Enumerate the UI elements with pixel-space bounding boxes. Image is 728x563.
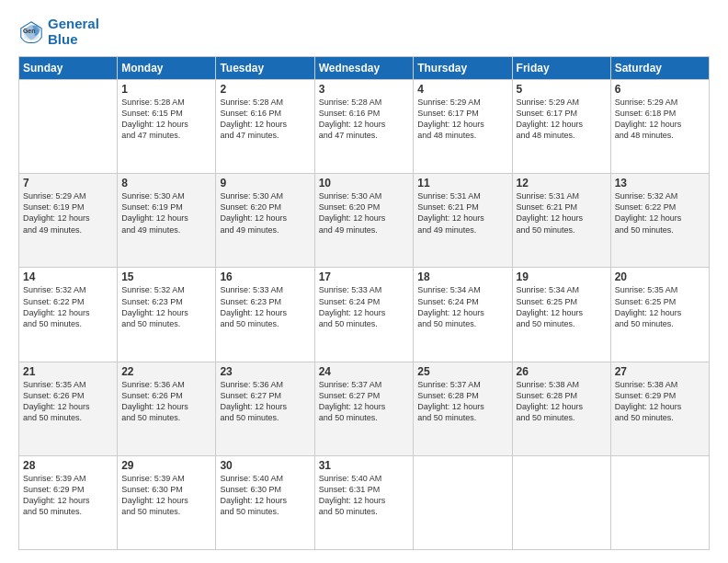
day-info: Sunrise: 5:40 AM Sunset: 6:31 PM Dayligh…	[319, 473, 410, 518]
table-cell: 1Sunrise: 5:28 AM Sunset: 6:15 PM Daylig…	[118, 80, 216, 174]
table-cell: 21Sunrise: 5:35 AM Sunset: 6:26 PM Dayli…	[19, 362, 118, 455]
day-number: 30	[220, 459, 310, 472]
col-saturday: Saturday	[610, 57, 709, 80]
day-info: Sunrise: 5:29 AM Sunset: 6:19 PM Dayligh…	[23, 190, 113, 236]
table-cell	[19, 80, 118, 174]
calendar-week-row: 28Sunrise: 5:39 AM Sunset: 6:29 PM Dayli…	[19, 455, 710, 549]
col-monday: Monday	[118, 57, 216, 80]
col-tuesday: Tuesday	[216, 57, 314, 80]
day-info: Sunrise: 5:30 AM Sunset: 6:20 PM Dayligh…	[319, 190, 410, 236]
calendar-week-row: 1Sunrise: 5:28 AM Sunset: 6:15 PM Daylig…	[19, 80, 710, 174]
day-info: Sunrise: 5:31 AM Sunset: 6:21 PM Dayligh…	[417, 190, 507, 236]
day-info: Sunrise: 5:33 AM Sunset: 6:24 PM Dayligh…	[319, 284, 410, 329]
day-number: 8	[121, 177, 211, 190]
day-info: Sunrise: 5:31 AM Sunset: 6:21 PM Dayligh…	[517, 190, 607, 236]
day-number: 2	[220, 83, 310, 96]
day-info: Sunrise: 5:37 AM Sunset: 6:27 PM Dayligh…	[319, 379, 410, 424]
table-cell: 11Sunrise: 5:31 AM Sunset: 6:21 PM Dayli…	[414, 174, 512, 268]
day-info: Sunrise: 5:28 AM Sunset: 6:16 PM Dayligh…	[319, 97, 410, 142]
day-number: 11	[417, 177, 507, 190]
day-number: 12	[517, 177, 607, 190]
table-cell: 20Sunrise: 5:35 AM Sunset: 6:25 PM Dayli…	[610, 268, 709, 362]
day-number: 18	[417, 270, 507, 283]
day-number: 31	[319, 459, 410, 472]
day-number: 9	[220, 177, 310, 190]
day-info: Sunrise: 5:34 AM Sunset: 6:25 PM Dayligh…	[517, 284, 607, 329]
table-cell: 2Sunrise: 5:28 AM Sunset: 6:16 PM Daylig…	[216, 80, 314, 174]
logo: Gen GeneralBlue	[18, 17, 99, 47]
day-info: Sunrise: 5:39 AM Sunset: 6:29 PM Dayligh…	[23, 473, 113, 518]
day-number: 27	[615, 365, 705, 378]
day-number: 29	[121, 459, 211, 472]
table-cell: 7Sunrise: 5:29 AM Sunset: 6:19 PM Daylig…	[19, 174, 118, 268]
table-cell: 6Sunrise: 5:29 AM Sunset: 6:18 PM Daylig…	[610, 80, 709, 174]
day-number: 14	[23, 270, 113, 283]
col-wednesday: Wednesday	[314, 57, 414, 80]
table-cell: 12Sunrise: 5:31 AM Sunset: 6:21 PM Dayli…	[512, 174, 610, 268]
day-info: Sunrise: 5:35 AM Sunset: 6:25 PM Dayligh…	[615, 284, 705, 329]
logo-text: GeneralBlue	[48, 17, 99, 47]
col-sunday: Sunday	[19, 57, 118, 80]
table-cell: 10Sunrise: 5:30 AM Sunset: 6:20 PM Dayli…	[314, 174, 414, 268]
day-number: 1	[121, 83, 211, 96]
day-number: 4	[417, 83, 507, 96]
day-info: Sunrise: 5:28 AM Sunset: 6:15 PM Dayligh…	[121, 97, 211, 142]
day-number: 5	[517, 83, 607, 96]
day-info: Sunrise: 5:36 AM Sunset: 6:26 PM Dayligh…	[121, 379, 211, 424]
day-number: 7	[23, 177, 113, 190]
table-cell: 4Sunrise: 5:29 AM Sunset: 6:17 PM Daylig…	[414, 80, 512, 174]
calendar-week-row: 7Sunrise: 5:29 AM Sunset: 6:19 PM Daylig…	[19, 174, 710, 268]
table-cell: 15Sunrise: 5:32 AM Sunset: 6:23 PM Dayli…	[118, 268, 216, 362]
day-info: Sunrise: 5:35 AM Sunset: 6:26 PM Dayligh…	[23, 379, 113, 424]
table-cell: 31Sunrise: 5:40 AM Sunset: 6:31 PM Dayli…	[314, 455, 414, 549]
table-cell: 13Sunrise: 5:32 AM Sunset: 6:22 PM Dayli…	[610, 174, 709, 268]
day-number: 3	[319, 83, 410, 96]
day-info: Sunrise: 5:32 AM Sunset: 6:23 PM Dayligh…	[121, 284, 211, 329]
table-cell: 5Sunrise: 5:29 AM Sunset: 6:17 PM Daylig…	[512, 80, 610, 174]
calendar-header-row: Sunday Monday Tuesday Wednesday Thursday…	[19, 57, 710, 80]
header: Gen GeneralBlue	[18, 17, 710, 47]
day-number: 23	[220, 365, 310, 378]
table-cell: 18Sunrise: 5:34 AM Sunset: 6:24 PM Dayli…	[414, 268, 512, 362]
day-number: 25	[417, 365, 507, 378]
day-info: Sunrise: 5:29 AM Sunset: 6:17 PM Dayligh…	[417, 97, 507, 142]
day-number: 13	[615, 177, 705, 190]
table-cell: 9Sunrise: 5:30 AM Sunset: 6:20 PM Daylig…	[216, 174, 314, 268]
col-thursday: Thursday	[414, 57, 512, 80]
day-info: Sunrise: 5:39 AM Sunset: 6:30 PM Dayligh…	[121, 473, 211, 518]
day-number: 10	[319, 177, 410, 190]
table-cell: 24Sunrise: 5:37 AM Sunset: 6:27 PM Dayli…	[314, 362, 414, 455]
table-cell	[414, 455, 512, 549]
day-number: 17	[319, 270, 410, 283]
day-info: Sunrise: 5:38 AM Sunset: 6:28 PM Dayligh…	[517, 379, 607, 424]
logo-icon: Gen	[18, 19, 44, 45]
table-cell: 28Sunrise: 5:39 AM Sunset: 6:29 PM Dayli…	[19, 455, 118, 549]
table-cell: 30Sunrise: 5:40 AM Sunset: 6:30 PM Dayli…	[216, 455, 314, 549]
table-cell: 8Sunrise: 5:30 AM Sunset: 6:19 PM Daylig…	[118, 174, 216, 268]
day-number: 19	[517, 270, 607, 283]
day-number: 20	[615, 270, 705, 283]
table-cell: 17Sunrise: 5:33 AM Sunset: 6:24 PM Dayli…	[314, 268, 414, 362]
table-cell: 22Sunrise: 5:36 AM Sunset: 6:26 PM Dayli…	[118, 362, 216, 455]
day-info: Sunrise: 5:28 AM Sunset: 6:16 PM Dayligh…	[220, 97, 310, 142]
day-info: Sunrise: 5:29 AM Sunset: 6:17 PM Dayligh…	[517, 97, 607, 142]
table-cell: 25Sunrise: 5:37 AM Sunset: 6:28 PM Dayli…	[414, 362, 512, 455]
day-info: Sunrise: 5:38 AM Sunset: 6:29 PM Dayligh…	[615, 379, 705, 424]
calendar-week-row: 14Sunrise: 5:32 AM Sunset: 6:22 PM Dayli…	[19, 268, 710, 362]
day-info: Sunrise: 5:32 AM Sunset: 6:22 PM Dayligh…	[615, 190, 705, 236]
calendar-week-row: 21Sunrise: 5:35 AM Sunset: 6:26 PM Dayli…	[19, 362, 710, 455]
day-info: Sunrise: 5:33 AM Sunset: 6:23 PM Dayligh…	[220, 284, 310, 329]
table-cell	[610, 455, 709, 549]
table-cell: 14Sunrise: 5:32 AM Sunset: 6:22 PM Dayli…	[19, 268, 118, 362]
calendar-table: Sunday Monday Tuesday Wednesday Thursday…	[18, 56, 710, 550]
day-number: 26	[517, 365, 607, 378]
table-cell: 23Sunrise: 5:36 AM Sunset: 6:27 PM Dayli…	[216, 362, 314, 455]
day-number: 22	[121, 365, 211, 378]
page: Gen GeneralBlue Sunday Monday Tuesday We…	[0, 0, 728, 563]
day-number: 15	[121, 270, 211, 283]
table-cell: 29Sunrise: 5:39 AM Sunset: 6:30 PM Dayli…	[118, 455, 216, 549]
table-cell	[512, 455, 610, 549]
day-number: 21	[23, 365, 113, 378]
day-info: Sunrise: 5:37 AM Sunset: 6:28 PM Dayligh…	[417, 379, 507, 424]
day-number: 16	[220, 270, 310, 283]
